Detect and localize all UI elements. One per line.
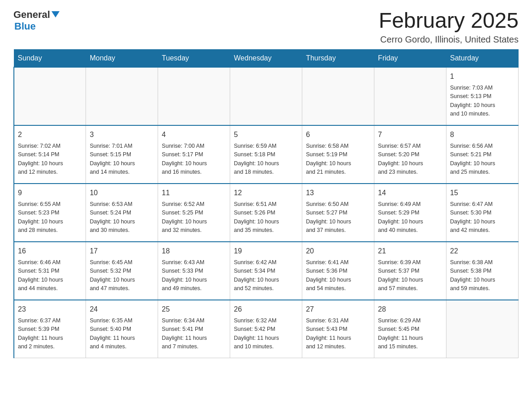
day-number: 13 [306,188,370,198]
day-number: 18 [162,246,226,257]
calendar-cell: 20Sunrise: 6:41 AM Sunset: 5:36 PM Dayli… [302,242,374,300]
calendar-cell [302,67,374,125]
calendar-cell: 23Sunrise: 6:37 AM Sunset: 5:39 PM Dayli… [14,300,86,358]
day-number: 20 [306,246,370,257]
calendar-week-row: 23Sunrise: 6:37 AM Sunset: 5:39 PM Dayli… [14,300,519,358]
day-number: 16 [18,246,82,257]
day-number: 9 [18,188,82,198]
day-number: 17 [90,246,154,257]
calendar-week-row: 9Sunrise: 6:55 AM Sunset: 5:23 PM Daylig… [14,184,519,242]
calendar-week-row: 1Sunrise: 7:03 AM Sunset: 5:13 PM Daylig… [14,67,519,125]
day-number: 23 [18,304,82,315]
day-number: 14 [378,188,442,198]
weekday-header-sunday: Sunday [14,49,86,67]
day-number: 11 [162,188,226,198]
calendar-table: SundayMondayTuesdayWednesdayThursdayFrid… [13,49,519,359]
svg-marker-0 [51,11,60,17]
calendar-cell: 16Sunrise: 6:46 AM Sunset: 5:31 PM Dayli… [14,242,86,300]
day-info: Sunrise: 6:38 AM Sunset: 5:38 PM Dayligh… [450,258,515,293]
location-text: Cerro Gordo, Illinois, United States [379,34,519,45]
calendar-cell: 9Sunrise: 6:55 AM Sunset: 5:23 PM Daylig… [14,184,86,242]
calendar-week-row: 2Sunrise: 7:02 AM Sunset: 5:14 PM Daylig… [14,125,519,184]
calendar-cell: 4Sunrise: 7:00 AM Sunset: 5:17 PM Daylig… [158,125,230,184]
day-number: 28 [378,304,442,315]
logo: General Blue [13,9,60,32]
day-info: Sunrise: 6:56 AM Sunset: 5:21 PM Dayligh… [450,142,515,177]
weekday-header-friday: Friday [374,49,446,67]
day-info: Sunrise: 6:37 AM Sunset: 5:39 PM Dayligh… [18,317,82,351]
calendar-cell: 28Sunrise: 6:29 AM Sunset: 5:45 PM Dayli… [374,300,446,358]
calendar-cell: 24Sunrise: 6:35 AM Sunset: 5:40 PM Dayli… [86,300,158,358]
calendar-cell: 10Sunrise: 6:53 AM Sunset: 5:24 PM Dayli… [86,184,158,242]
weekday-header-monday: Monday [86,49,158,67]
calendar-cell: 15Sunrise: 6:47 AM Sunset: 5:30 PM Dayli… [446,184,519,242]
logo-triangle-icon [51,11,60,19]
day-number: 19 [234,246,298,257]
day-info: Sunrise: 6:55 AM Sunset: 5:23 PM Dayligh… [18,200,82,235]
weekday-header-tuesday: Tuesday [158,49,230,67]
month-title: February 2025 [379,9,519,33]
day-number: 15 [450,188,515,198]
day-info: Sunrise: 6:41 AM Sunset: 5:36 PM Dayligh… [306,258,370,293]
day-info: Sunrise: 6:58 AM Sunset: 5:19 PM Dayligh… [306,142,370,177]
calendar-cell: 12Sunrise: 6:51 AM Sunset: 5:26 PM Dayli… [230,184,302,242]
calendar-cell [374,67,446,125]
day-number: 7 [378,129,442,140]
calendar-cell: 1Sunrise: 7:03 AM Sunset: 5:13 PM Daylig… [446,67,519,125]
day-number: 10 [90,188,154,198]
calendar-cell [446,300,519,358]
calendar-cell: 25Sunrise: 6:34 AM Sunset: 5:41 PM Dayli… [158,300,230,358]
day-info: Sunrise: 6:53 AM Sunset: 5:24 PM Dayligh… [90,200,154,235]
calendar-cell [14,67,86,125]
day-info: Sunrise: 6:43 AM Sunset: 5:33 PM Dayligh… [162,258,226,293]
calendar-cell: 11Sunrise: 6:52 AM Sunset: 5:25 PM Dayli… [158,184,230,242]
calendar-cell [158,67,230,125]
day-info: Sunrise: 6:47 AM Sunset: 5:30 PM Dayligh… [450,200,515,235]
calendar-cell: 19Sunrise: 6:42 AM Sunset: 5:34 PM Dayli… [230,242,302,300]
day-info: Sunrise: 6:39 AM Sunset: 5:37 PM Dayligh… [378,258,442,293]
weekday-header-wednesday: Wednesday [230,49,302,67]
day-number: 4 [162,129,226,140]
calendar-cell: 8Sunrise: 6:56 AM Sunset: 5:21 PM Daylig… [446,125,519,184]
calendar-cell: 6Sunrise: 6:58 AM Sunset: 5:19 PM Daylig… [302,125,374,184]
day-info: Sunrise: 6:46 AM Sunset: 5:31 PM Dayligh… [18,258,82,293]
logo-general-text: General [13,9,50,21]
calendar-cell: 27Sunrise: 6:31 AM Sunset: 5:43 PM Dayli… [302,300,374,358]
calendar-cell: 13Sunrise: 6:50 AM Sunset: 5:27 PM Dayli… [302,184,374,242]
day-info: Sunrise: 7:01 AM Sunset: 5:15 PM Dayligh… [90,142,154,177]
calendar-cell [230,67,302,125]
day-info: Sunrise: 6:34 AM Sunset: 5:41 PM Dayligh… [162,317,226,351]
day-number: 24 [90,304,154,315]
day-info: Sunrise: 6:49 AM Sunset: 5:29 PM Dayligh… [378,200,442,235]
day-info: Sunrise: 7:00 AM Sunset: 5:17 PM Dayligh… [162,142,226,177]
day-info: Sunrise: 6:32 AM Sunset: 5:42 PM Dayligh… [234,317,298,351]
day-number: 21 [378,246,442,257]
day-number: 2 [18,129,82,140]
day-info: Sunrise: 7:02 AM Sunset: 5:14 PM Dayligh… [18,142,82,177]
day-number: 3 [90,129,154,140]
day-number: 25 [162,304,226,315]
calendar-cell: 14Sunrise: 6:49 AM Sunset: 5:29 PM Dayli… [374,184,446,242]
calendar-cell: 2Sunrise: 7:02 AM Sunset: 5:14 PM Daylig… [14,125,86,184]
day-info: Sunrise: 6:35 AM Sunset: 5:40 PM Dayligh… [90,317,154,351]
day-info: Sunrise: 7:03 AM Sunset: 5:13 PM Dayligh… [450,84,515,119]
day-number: 26 [234,304,298,315]
day-number: 12 [234,188,298,198]
day-number: 22 [450,246,515,257]
calendar-cell [86,67,158,125]
calendar-cell: 3Sunrise: 7:01 AM Sunset: 5:15 PM Daylig… [86,125,158,184]
day-number: 1 [450,71,515,82]
day-number: 8 [450,129,515,140]
calendar-cell: 17Sunrise: 6:45 AM Sunset: 5:32 PM Dayli… [86,242,158,300]
day-info: Sunrise: 6:57 AM Sunset: 5:20 PM Dayligh… [378,142,442,177]
day-info: Sunrise: 6:29 AM Sunset: 5:45 PM Dayligh… [378,317,442,351]
day-info: Sunrise: 6:42 AM Sunset: 5:34 PM Dayligh… [234,258,298,293]
logo-blue-text: Blue [14,21,36,32]
calendar-cell: 7Sunrise: 6:57 AM Sunset: 5:20 PM Daylig… [374,125,446,184]
day-info: Sunrise: 6:31 AM Sunset: 5:43 PM Dayligh… [306,317,370,351]
calendar-cell: 21Sunrise: 6:39 AM Sunset: 5:37 PM Dayli… [374,242,446,300]
calendar-cell: 18Sunrise: 6:43 AM Sunset: 5:33 PM Dayli… [158,242,230,300]
calendar-cell: 22Sunrise: 6:38 AM Sunset: 5:38 PM Dayli… [446,242,519,300]
day-info: Sunrise: 6:45 AM Sunset: 5:32 PM Dayligh… [90,258,154,293]
day-number: 5 [234,129,298,140]
